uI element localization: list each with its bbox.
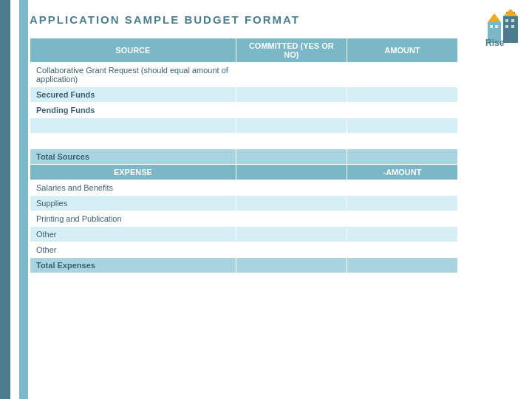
table-row: Other (30, 227, 458, 242)
total-expenses-label: Total Expenses (30, 258, 236, 273)
expense-spacer (236, 165, 347, 180)
row-spacer (236, 196, 347, 211)
expense-header-label: EXPENSE (30, 165, 236, 180)
source-header: SOURCE (30, 38, 236, 63)
row-spacer (236, 242, 347, 258)
row-amount (347, 180, 457, 196)
table-row: Other (30, 242, 458, 258)
row-amount (347, 103, 457, 118)
total-sources-row: Total Sources (30, 149, 458, 165)
table-row (30, 134, 458, 149)
row-amount (347, 134, 457, 149)
row-label: Collaborative Grant Request (should equa… (30, 63, 236, 87)
row-label (30, 134, 236, 149)
row-amount (347, 149, 457, 165)
row-label: Supplies (30, 196, 236, 211)
row-committed (236, 134, 347, 149)
row-committed (236, 118, 347, 134)
row-label (30, 118, 236, 134)
table-header-row: SOURCE COMMITTED (yes or no) AMOUNT (30, 38, 458, 63)
committed-header: COMMITTED (yes or no) (236, 38, 347, 63)
budget-table: SOURCE COMMITTED (yes or no) AMOUNT Coll… (30, 38, 458, 273)
row-spacer (236, 211, 347, 227)
row-label: Other (30, 227, 236, 242)
row-amount (347, 196, 457, 211)
table-row: Supplies (30, 196, 458, 211)
row-amount (347, 87, 457, 103)
row-committed (236, 87, 347, 103)
row-committed (236, 149, 347, 165)
row-spacer (236, 227, 347, 242)
main-content: APPLICATION SAMPLE BUDGET FORMAT SOURCE … (30, 13, 519, 386)
row-amount (347, 242, 457, 258)
row-amount (347, 118, 457, 134)
row-amount (347, 211, 457, 227)
secured-funds-label: Secured Funds (30, 87, 236, 103)
row-spacer (236, 180, 347, 196)
expense-header-row: EXPENSE -AMOUNT (30, 165, 458, 180)
row-label: Other (30, 242, 236, 258)
table-row (30, 118, 458, 134)
total-expenses-row: Total Expenses (30, 258, 458, 273)
table-row: Secured Funds (30, 87, 458, 103)
row-amount (347, 227, 457, 242)
left-decoration (0, 0, 28, 399)
row-label: Printing and Publication (30, 211, 236, 227)
amount-header: AMOUNT (347, 38, 457, 63)
row-amount (347, 258, 457, 273)
neg-amount-header: -AMOUNT (347, 165, 457, 180)
table-row: Salaries and Benefits (30, 180, 458, 196)
table-row: Pending Funds (30, 103, 458, 118)
pending-funds-label: Pending Funds (30, 103, 236, 118)
table-row: Collaborative Grant Request (should equa… (30, 63, 458, 87)
row-amount (347, 63, 457, 87)
row-committed (236, 103, 347, 118)
table-row: Printing and Publication (30, 211, 458, 227)
total-sources-label: Total Sources (30, 149, 236, 165)
page-title: APPLICATION SAMPLE BUDGET FORMAT (30, 13, 519, 26)
row-label: Salaries and Benefits (30, 180, 236, 196)
row-spacer (236, 258, 347, 273)
row-committed (236, 63, 347, 87)
